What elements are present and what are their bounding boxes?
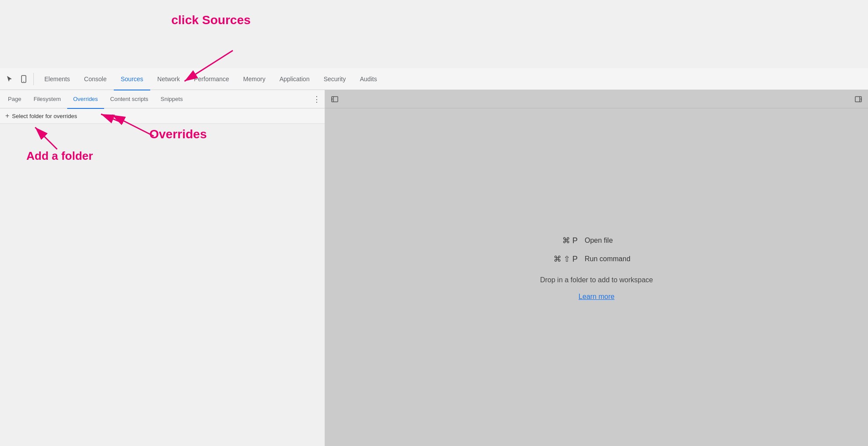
devtools-tab-audits[interactable]: Audits xyxy=(353,68,384,90)
workspace-drop-text: Drop in a folder to add to workspace xyxy=(540,276,653,284)
sources-sub-tab-filesystem[interactable]: Filesystem xyxy=(27,90,67,109)
shortcut-open-file: ⌘ P Open file xyxy=(542,236,651,245)
more-tabs-button[interactable]: ⋮ xyxy=(311,93,323,105)
toggle-sidebar-left-icon[interactable] xyxy=(329,93,341,105)
devtools-tab-application[interactable]: Application xyxy=(272,68,317,90)
sources-sub-tab-content_scripts[interactable]: Content scripts xyxy=(104,90,155,109)
shortcut-open-file-keys: ⌘ P xyxy=(542,236,578,245)
sources-main-toolbar xyxy=(325,90,868,108)
sources-sub-tab-snippets[interactable]: Snippets xyxy=(155,90,189,109)
sources-sub-tab-page[interactable]: Page xyxy=(2,90,27,109)
learn-more-link[interactable]: Learn more xyxy=(579,293,615,301)
shortcut-run-command-label: Run command xyxy=(585,255,651,263)
shortcut-open-file-label: Open file xyxy=(585,237,651,245)
sources-sidebar-content xyxy=(0,124,325,446)
add-folder-plus-icon: + xyxy=(5,112,9,120)
shortcut-run-command: ⌘ ⇧ P Run command xyxy=(542,254,651,264)
devtools-tab-sources[interactable]: Sources xyxy=(114,68,150,90)
toolbar-icon-group xyxy=(4,73,34,85)
select-folder-text: Select folder for overrides xyxy=(12,113,77,119)
cursor-icon[interactable] xyxy=(4,73,16,85)
devtools-tab-console[interactable]: Console xyxy=(77,68,113,90)
mobile-icon[interactable] xyxy=(18,73,30,85)
devtools-tabs: ElementsConsoleSourcesNetworkPerformance… xyxy=(37,68,864,90)
svg-point-6 xyxy=(23,81,24,82)
devtools-toolbar: ElementsConsoleSourcesNetworkPerformance… xyxy=(0,68,868,90)
devtools-tab-performance[interactable]: Performance xyxy=(187,68,236,90)
annotation-add-folder: Add a folder xyxy=(26,149,93,163)
sources-panel: PageFilesystemOverridesContent scriptsSn… xyxy=(0,90,868,446)
devtools-container: ElementsConsoleSourcesNetworkPerformance… xyxy=(0,68,868,446)
workspace-hints: ⌘ P Open file ⌘ ⇧ P Run command Drop in … xyxy=(540,236,653,301)
svg-rect-7 xyxy=(332,97,338,102)
sources-sidebar: PageFilesystemOverridesContent scriptsSn… xyxy=(0,90,325,446)
annotation-overrides-label: Overrides xyxy=(149,127,207,141)
toggle-sidebar-right-icon[interactable] xyxy=(852,93,864,105)
svg-rect-9 xyxy=(855,97,861,102)
sources-sub-tabs: PageFilesystemOverridesContent scriptsSn… xyxy=(0,90,325,108)
sources-main: ⌘ P Open file ⌘ ⇧ P Run command Drop in … xyxy=(325,90,868,446)
annotation-click-sources: click Sources xyxy=(171,13,251,27)
select-folder-row[interactable]: + Select folder for overrides xyxy=(0,108,325,124)
devtools-tab-network[interactable]: Network xyxy=(150,68,187,90)
devtools-tab-security[interactable]: Security xyxy=(317,68,353,90)
devtools-tab-memory[interactable]: Memory xyxy=(236,68,273,90)
devtools-tab-elements[interactable]: Elements xyxy=(37,68,77,90)
shortcut-run-command-keys: ⌘ ⇧ P xyxy=(542,254,578,264)
sources-sub-tab-overrides[interactable]: Overrides xyxy=(67,90,104,109)
